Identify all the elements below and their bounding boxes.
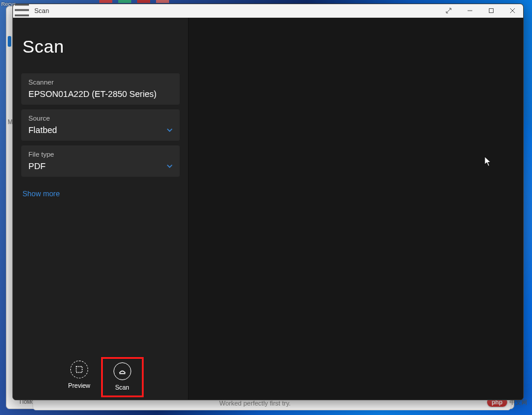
scanner-label: Scanner [28,79,173,86]
scan-icon [113,362,131,380]
scan-app-window: Scan Scan Scanner EPSON01A22D (ET-2850 S… [12,4,524,400]
preview-icon [70,361,88,378]
show-more-link[interactable]: Show more [22,190,60,198]
preview-area [189,18,523,400]
source-label: Source [28,115,173,122]
source-field[interactable]: Source Flatbed [21,109,180,141]
chevron-down-icon [167,161,173,170]
scanner-field[interactable]: Scanner EPSON01A22D (ET-2850 Series) [21,73,180,105]
scan-button[interactable]: Scan [101,357,144,397]
filetype-label: File type [28,151,173,158]
filetype-field[interactable]: File type PDF [21,145,180,177]
sidebar-actions: Preview Scan [21,361,180,394]
background-accent-bar [8,36,11,47]
scanner-value: EPSON01A22D (ET-2850 Series) [28,89,173,99]
minimize-button[interactable] [459,4,481,18]
titlebar[interactable]: Scan [13,4,523,18]
chevron-down-icon [167,125,173,134]
expand-button[interactable] [438,4,459,18]
mouse-cursor [484,156,491,167]
scan-label: Scan [115,384,129,391]
svg-rect-0 [489,9,494,13]
window-body: Scan Scanner EPSON01A22D (ET-2850 Series… [13,18,523,400]
window-title: Scan [31,7,49,14]
close-button[interactable] [502,4,523,18]
preview-label: Preview [68,382,90,389]
app-title: Scan [22,37,180,57]
svg-rect-1 [76,367,82,372]
maximize-button[interactable] [481,4,502,18]
preview-button[interactable]: Preview [68,361,90,393]
filetype-value: PDF [28,161,173,171]
source-value: Flatbed [28,125,173,135]
settings-sidebar: Scan Scanner EPSON01A22D (ET-2850 Series… [13,18,189,400]
